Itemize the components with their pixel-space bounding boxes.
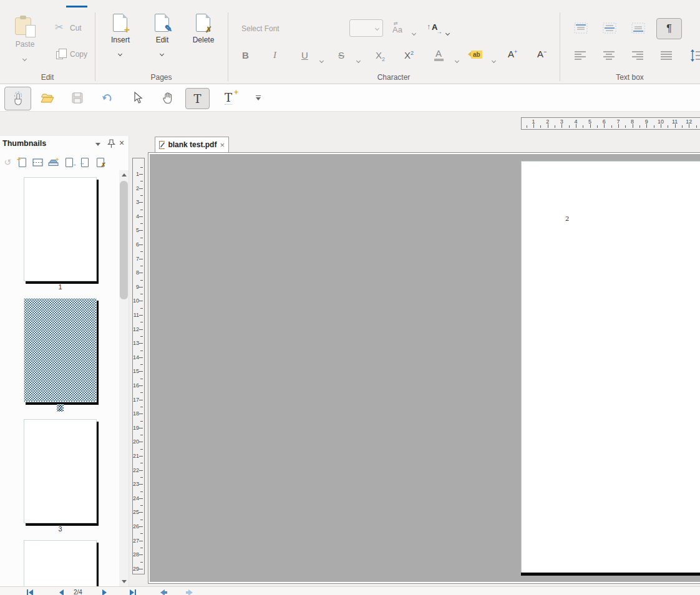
font-size-combo[interactable] [349, 19, 383, 37]
character-group-label: Character [228, 73, 560, 82]
strikethrough-button[interactable]: S [338, 50, 344, 60]
vertical-ruler: 1234567891011121314151617181920212223242… [132, 158, 145, 574]
ruler-tick [140, 294, 143, 294]
ruler-label: 11 [672, 119, 678, 125]
undo-button[interactable] [96, 87, 119, 109]
panel-close-icon[interactable]: × [119, 138, 124, 148]
copy-icon [56, 51, 63, 59]
thumbnail-page-label: 2 [24, 404, 97, 412]
change-case-icon: Aa [392, 25, 402, 34]
thumbnails-scrollbar[interactable] [119, 170, 129, 586]
delete-page-icon: ✗ [196, 14, 210, 32]
align-justify-icon[interactable] [660, 51, 673, 60]
grow-font-button[interactable]: A+ [508, 49, 517, 59]
ruler-label: 2 [136, 185, 139, 191]
ruler-tick [139, 541, 143, 541]
document-tab-close-icon[interactable]: × [220, 141, 225, 149]
ruler-label: 5 [136, 227, 139, 233]
split-page-button[interactable] [31, 156, 44, 168]
edit-page-icon: ✎ [155, 14, 169, 32]
ruler-tick [139, 259, 143, 259]
app-window: Paste ✂ Cut Copy Edit + Insert ✎ Edit [0, 0, 700, 595]
ruler-label: 24 [133, 495, 139, 501]
next-view-button[interactable] [185, 589, 194, 595]
ruler-tick [140, 266, 143, 266]
previous-page-button[interactable] [57, 589, 65, 595]
ruler-tick [139, 329, 143, 330]
ruler-tick [140, 238, 143, 238]
thumbnail-page-4[interactable] [24, 540, 97, 586]
superscript-button[interactable]: X2 [404, 50, 414, 60]
document-canvas[interactable]: 2 [150, 154, 700, 582]
first-page-button[interactable] [26, 589, 34, 595]
thumbnail-page-3[interactable] [24, 419, 97, 523]
paste-dropdown-icon [22, 57, 27, 61]
new-page-button[interactable]: + [16, 156, 29, 168]
last-page-button[interactable] [129, 589, 137, 595]
touch-mode-toggle[interactable] [4, 87, 31, 110]
ruler-tick [696, 125, 697, 128]
ruler-tick [555, 125, 555, 128]
highlight-button[interactable]: ab [471, 51, 482, 59]
scroll-up-button[interactable] [119, 170, 129, 180]
ruler-tick [140, 392, 143, 393]
ruler-tick [540, 125, 541, 128]
cut-icon: ✂ [55, 21, 63, 33]
page-indicator[interactable]: 2/4 [74, 589, 82, 595]
ruler-tick [140, 322, 143, 322]
ruler-tick [139, 174, 143, 175]
insert-into-page-button[interactable]: → [79, 156, 91, 168]
select-font-placeholder: Select Font [241, 24, 280, 33]
subscript-button[interactable]: X2 [376, 50, 385, 62]
scan-icon: + [47, 158, 59, 167]
italic-button[interactable]: I [273, 50, 276, 60]
scrollbar-thumb[interactable] [120, 181, 128, 299]
document-page[interactable]: 2 [521, 161, 700, 573]
shrink-font-button[interactable]: A− [537, 49, 547, 59]
ruler-label: 23 [133, 481, 139, 487]
valign-top-icon[interactable] [574, 22, 588, 34]
ruler-tick [140, 421, 143, 422]
line-spacing-icon[interactable] [690, 49, 700, 62]
select-tool-button[interactable] [126, 87, 148, 109]
ruler-tick [682, 125, 683, 128]
align-left-icon[interactable] [574, 51, 586, 60]
status-bar: 2/4 [0, 586, 700, 595]
align-right-icon[interactable] [631, 51, 644, 60]
previous-view-button[interactable] [159, 589, 168, 595]
panel-menu-dropdown-icon[interactable] [95, 143, 100, 146]
save-button[interactable] [66, 87, 89, 109]
overflow-icon [256, 95, 261, 100]
pan-tool-button[interactable] [157, 87, 179, 109]
valign-bottom-icon[interactable] [631, 22, 645, 34]
ruler-tick [140, 463, 143, 463]
text-select-tool-toggle[interactable]: T [185, 88, 210, 109]
ruler-tick [140, 379, 143, 379]
thumbnail-page-1[interactable] [24, 177, 97, 281]
underline-button[interactable]: U [301, 50, 308, 60]
toolbar-overflow-button[interactable] [247, 87, 270, 109]
ruler-label: 6 [136, 241, 139, 248]
bold-button[interactable]: B [242, 50, 249, 60]
ruler-label: 9 [645, 119, 648, 125]
paragraph-marks-toggle[interactable]: ¶ [656, 18, 682, 39]
ruler-tick [139, 202, 143, 203]
ruler-tick [139, 273, 143, 273]
rotate-page-button[interactable]: ↺ [1, 156, 14, 168]
page-shadow [521, 573, 700, 576]
panel-pin-icon[interactable] [107, 139, 115, 148]
thumbnail-page-2[interactable] [24, 298, 97, 402]
scan-page-button[interactable]: + [47, 156, 59, 168]
document-tab[interactable]: blank test.pdf × [155, 137, 229, 152]
ruler-tick [140, 435, 143, 435]
open-button[interactable] [36, 87, 59, 109]
scroll-down-button[interactable] [119, 577, 129, 586]
add-text-button[interactable]: T + [217, 87, 240, 109]
align-center-icon[interactable] [603, 51, 615, 60]
delete-thumb-page-button[interactable]: ✗ [94, 156, 107, 168]
valign-middle-icon[interactable] [603, 22, 616, 34]
export-page-button[interactable]: → [63, 156, 75, 168]
paste-icon [15, 17, 31, 35]
delete-label: Delete [187, 36, 220, 44]
next-page-button[interactable] [101, 589, 109, 595]
